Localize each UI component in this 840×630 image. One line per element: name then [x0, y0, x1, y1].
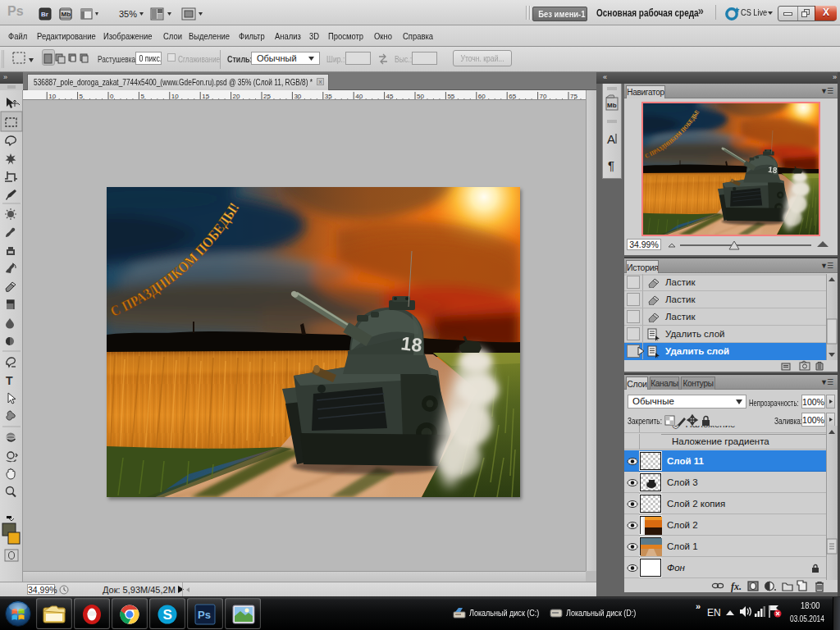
svg-text:S: S: [163, 607, 172, 623]
svg-text:25: 25: [263, 93, 271, 100]
svg-text:¶: ¶: [608, 158, 614, 172]
svg-text:5: 5: [140, 93, 144, 100]
svg-text:55: 55: [447, 93, 454, 100]
svg-text:15: 15: [202, 93, 209, 100]
svg-text:T: T: [6, 374, 13, 387]
svg-text:30: 30: [294, 93, 301, 100]
svg-text:60: 60: [478, 93, 486, 100]
svg-text:65: 65: [509, 93, 516, 100]
svg-text:75: 75: [570, 93, 578, 100]
svg-text:40: 40: [355, 93, 363, 100]
svg-text:0: 0: [110, 93, 114, 100]
svg-text:Mb: Mb: [62, 11, 71, 18]
svg-text:5: 5: [80, 93, 84, 100]
svg-text:Ps: Ps: [198, 609, 211, 621]
svg-text:35: 35: [325, 93, 332, 100]
svg-text:Br: Br: [41, 11, 48, 18]
svg-text:10: 10: [48, 93, 56, 100]
svg-text:70: 70: [540, 93, 547, 100]
svg-text:10: 10: [171, 93, 179, 100]
svg-text:A: A: [607, 132, 615, 146]
svg-text:fx.: fx.: [731, 581, 742, 592]
svg-text:50: 50: [417, 93, 424, 100]
svg-text:20: 20: [233, 93, 240, 100]
svg-text:45: 45: [386, 93, 394, 100]
svg-text:35%: 35%: [119, 9, 137, 19]
svg-text:Mb: Mb: [607, 102, 617, 109]
